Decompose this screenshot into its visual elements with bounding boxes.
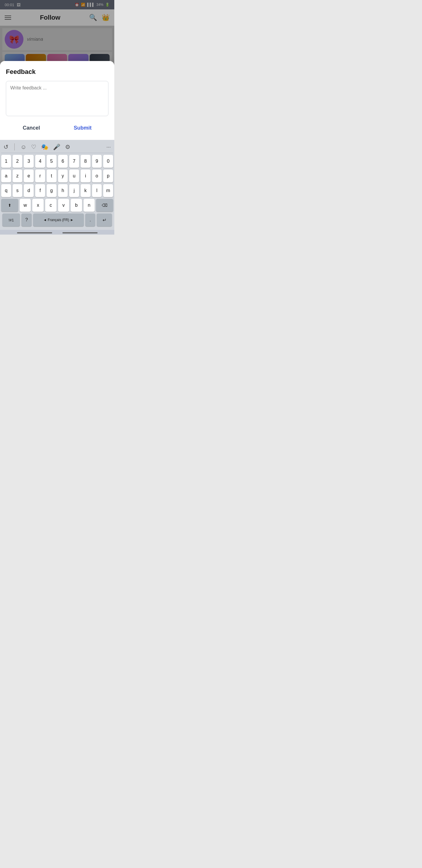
shift-key[interactable]: ⬆ — [1, 199, 18, 212]
key-x[interactable]: x — [32, 199, 44, 212]
sticker-face-icon[interactable]: 🎭 — [41, 144, 48, 150]
key-4[interactable]: 4 — [35, 155, 45, 168]
key-9[interactable]: 9 — [92, 155, 102, 168]
cancel-button[interactable]: Cancel — [11, 122, 52, 134]
key-7[interactable]: 7 — [69, 155, 79, 168]
sticker-heart-icon[interactable]: ♡ — [31, 144, 36, 150]
feedback-buttons: Cancel Submit — [6, 122, 108, 134]
key-y[interactable]: y — [58, 169, 68, 182]
nav-handle — [0, 230, 114, 235]
key-3[interactable]: 3 — [24, 155, 34, 168]
keyboard-row-numbers: 1 2 3 4 5 6 7 8 9 0 — [1, 155, 113, 168]
period-key[interactable]: . — [85, 214, 96, 226]
key-r[interactable]: r — [35, 169, 45, 182]
key-c[interactable]: c — [45, 199, 57, 212]
keyboard-row-qsdfg: q s d f g h j k l m — [1, 184, 113, 197]
question-key[interactable]: ? — [22, 214, 32, 226]
key-j[interactable]: j — [69, 184, 79, 197]
key-f[interactable]: f — [35, 184, 45, 197]
key-8[interactable]: 8 — [80, 155, 91, 168]
key-2[interactable]: 2 — [12, 155, 23, 168]
key-n[interactable]: n — [84, 199, 95, 212]
space-key[interactable]: ◄ Français (FR) ► — [33, 214, 84, 226]
modal-overlay: Feedback Cancel Submit ↺ ☺ ♡ 🎭 🎤 ⚙ ··· 1… — [0, 0, 114, 235]
key-5[interactable]: 5 — [46, 155, 57, 168]
settings-icon[interactable]: ⚙ — [65, 144, 70, 150]
keyboard-row-shift: ⬆ w x c v b n ⌫ — [1, 199, 113, 212]
key-v[interactable]: v — [58, 199, 69, 212]
keyboard: ↺ ☺ ♡ 🎭 🎤 ⚙ ··· 1 2 3 4 5 6 7 8 9 0 a z … — [0, 140, 114, 230]
key-s[interactable]: s — [12, 184, 23, 197]
key-o[interactable]: o — [92, 169, 102, 182]
key-1[interactable]: 1 — [1, 155, 11, 168]
key-a[interactable]: a — [1, 169, 11, 182]
key-q[interactable]: q — [1, 184, 11, 197]
nav-bar-left — [17, 232, 52, 234]
key-p[interactable]: p — [103, 169, 113, 182]
toolbar-divider — [14, 144, 15, 150]
more-icon[interactable]: ··· — [106, 144, 111, 150]
undo-icon[interactable]: ↺ — [3, 144, 8, 150]
key-m[interactable]: m — [103, 184, 113, 197]
submit-button[interactable]: Submit — [62, 122, 103, 134]
key-k[interactable]: k — [80, 184, 91, 197]
enter-key[interactable]: ↵ — [97, 214, 112, 226]
key-0[interactable]: 0 — [103, 155, 113, 168]
keyboard-toolbar: ↺ ☺ ♡ 🎭 🎤 ⚙ ··· — [1, 142, 113, 153]
mic-icon[interactable]: 🎤 — [53, 144, 60, 150]
key-w[interactable]: w — [20, 199, 31, 212]
key-h[interactable]: h — [58, 184, 68, 197]
key-b[interactable]: b — [71, 199, 82, 212]
key-z[interactable]: z — [12, 169, 23, 182]
key-e[interactable]: e — [24, 169, 34, 182]
key-g[interactable]: g — [46, 184, 57, 197]
key-t[interactable]: t — [46, 169, 57, 182]
emoji-icon[interactable]: ☺ — [21, 144, 26, 150]
special-key[interactable]: !#1 — [2, 214, 20, 226]
key-d[interactable]: d — [24, 184, 34, 197]
keyboard-row-azerty: a z e r t y u i o p — [1, 169, 113, 182]
nav-bar-right — [62, 232, 98, 234]
key-6[interactable]: 6 — [58, 155, 68, 168]
feedback-modal: Feedback Cancel Submit — [0, 61, 114, 140]
key-u[interactable]: u — [69, 169, 79, 182]
keyboard-row-bottom: !#1 ? ◄ Français (FR) ► . ↵ — [1, 214, 113, 226]
key-l[interactable]: l — [92, 184, 102, 197]
delete-key[interactable]: ⌫ — [96, 199, 113, 212]
key-i[interactable]: i — [80, 169, 91, 182]
feedback-title: Feedback — [6, 68, 108, 76]
feedback-input[interactable] — [6, 81, 108, 116]
